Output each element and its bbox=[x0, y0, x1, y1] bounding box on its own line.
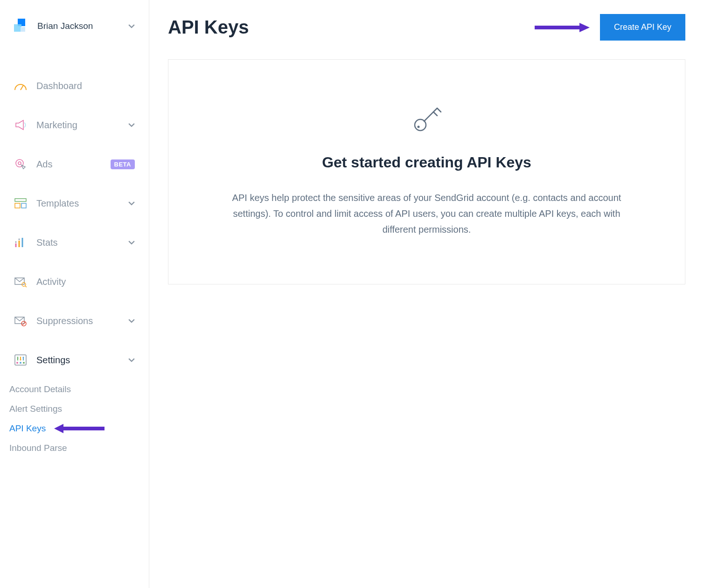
svg-line-0 bbox=[21, 85, 23, 90]
nav-list: Dashboard Marketing Ads BETA Templates bbox=[0, 66, 149, 380]
key-icon bbox=[196, 102, 657, 135]
subnav-inbound-parse[interactable]: Inbound Parse bbox=[9, 438, 139, 458]
nav-label: Dashboard bbox=[36, 81, 135, 91]
sidebar-item-templates[interactable]: Templates bbox=[0, 184, 149, 223]
beta-badge: BETA bbox=[111, 159, 135, 169]
sidebar-item-marketing[interactable]: Marketing bbox=[0, 105, 149, 145]
nav-label: Settings bbox=[36, 355, 128, 366]
user-menu[interactable]: Brian Jackson bbox=[0, 14, 149, 48]
svg-point-22 bbox=[20, 359, 21, 360]
user-name-label: Brian Jackson bbox=[37, 21, 128, 31]
cursor-click-icon bbox=[14, 158, 27, 171]
chevron-down-icon bbox=[128, 239, 135, 246]
nav-label: Marketing bbox=[36, 120, 128, 131]
main-content: API Keys Create API Key Get started crea… bbox=[149, 0, 704, 588]
settings-subnav: Account Details Alert Settings API Keys … bbox=[0, 380, 149, 458]
subnav-alert-settings[interactable]: Alert Settings bbox=[9, 399, 139, 419]
gauge-icon bbox=[14, 79, 27, 92]
chevron-down-icon bbox=[128, 122, 135, 128]
chevron-down-icon bbox=[128, 200, 135, 207]
sidebar-item-dashboard[interactable]: Dashboard bbox=[0, 66, 149, 105]
chevron-down-icon bbox=[128, 318, 135, 324]
sidebar-item-activity[interactable]: Activity bbox=[0, 262, 149, 301]
sidebar-item-settings[interactable]: Settings bbox=[0, 340, 149, 380]
svg-rect-3 bbox=[15, 199, 26, 201]
svg-point-21 bbox=[17, 358, 19, 359]
envelope-search-icon bbox=[14, 275, 27, 288]
create-api-key-button[interactable]: Create API Key bbox=[600, 14, 685, 41]
svg-line-13 bbox=[25, 286, 27, 287]
svg-point-10 bbox=[19, 239, 20, 240]
svg-line-33 bbox=[433, 112, 437, 116]
chevron-down-icon bbox=[128, 357, 135, 363]
sidebar-item-suppressions[interactable]: Suppressions bbox=[0, 301, 149, 340]
svg-point-9 bbox=[15, 242, 17, 243]
page-header: API Keys Create API Key bbox=[168, 14, 685, 41]
subnav-account-details[interactable]: Account Details bbox=[9, 380, 139, 399]
empty-state-description: API keys help protect the sensitive area… bbox=[224, 190, 630, 237]
empty-state-card: Get started creating API Keys API keys h… bbox=[168, 59, 685, 284]
svg-rect-5 bbox=[21, 203, 26, 208]
nav-label: Ads bbox=[36, 159, 106, 170]
app-logo-icon bbox=[14, 19, 29, 34]
envelope-block-icon bbox=[14, 314, 27, 327]
svg-rect-4 bbox=[15, 203, 20, 208]
annotation-arrow-icon bbox=[53, 423, 105, 434]
svg-point-30 bbox=[417, 126, 419, 128]
nav-label: Activity bbox=[36, 277, 135, 287]
sidebar: Brian Jackson Dashboard Marketing Ads BE… bbox=[0, 0, 149, 588]
sliders-icon bbox=[14, 353, 27, 367]
megaphone-icon bbox=[14, 118, 27, 131]
svg-point-26 bbox=[23, 362, 25, 364]
svg-line-32 bbox=[437, 108, 441, 112]
annotation-arrow-icon bbox=[535, 22, 591, 33]
sidebar-item-ads[interactable]: Ads BETA bbox=[0, 145, 149, 184]
page-title: API Keys bbox=[168, 17, 249, 38]
chevron-down-icon bbox=[128, 23, 135, 29]
svg-point-2 bbox=[18, 162, 21, 165]
svg-point-23 bbox=[23, 357, 24, 359]
nav-label: Templates bbox=[36, 198, 128, 209]
layout-icon bbox=[14, 197, 27, 210]
sidebar-item-stats[interactable]: Stats bbox=[0, 223, 149, 262]
svg-point-25 bbox=[20, 362, 21, 364]
nav-label: Suppressions bbox=[36, 316, 128, 326]
svg-line-31 bbox=[424, 108, 437, 121]
subnav-api-keys[interactable]: API Keys bbox=[9, 419, 46, 438]
empty-state-title: Get started creating API Keys bbox=[196, 154, 657, 171]
nav-label: Stats bbox=[36, 237, 128, 248]
svg-point-24 bbox=[16, 362, 18, 364]
bar-chart-icon bbox=[14, 236, 27, 249]
